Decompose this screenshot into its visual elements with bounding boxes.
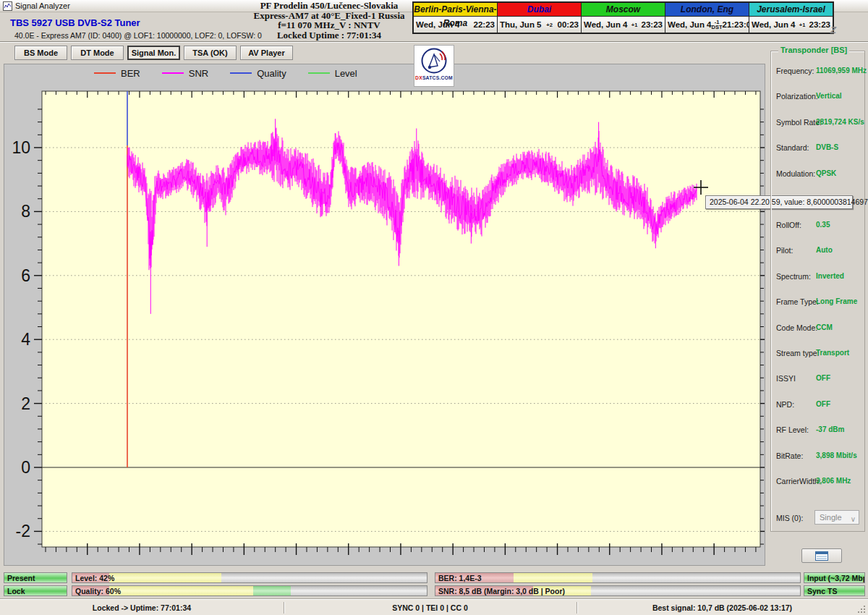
world-clock-berlin-paris-vienna-roma: Berlin-Paris-Vienna-RomaWed, Jun 422:23 [414,3,497,33]
clock-date: Thu, Jun 5 [500,20,542,29]
legend-line-ber [94,72,116,74]
tp-value-rolloff: 0.35 [816,221,830,229]
legend-label: SNR [189,68,208,79]
statusbar-section-0: Locked -> Uptime: 77:01:34 [0,600,284,615]
tp-label-modulation: Modulation: [776,169,815,178]
tab-signal-mon[interactable]: Signal Mon. [127,46,180,60]
legend-line-quality [230,72,252,74]
world-clocks: Berlin-Paris-Vienna-RomaWed, Jun 422:23D… [412,1,834,34]
tp-label-standard: Standard: [776,143,809,152]
ber-bar-label: BER: 1,4E-3 [438,573,482,583]
tab-tsa-ok[interactable]: TSA (OK) [184,46,237,60]
station-info: PF Prodelin 450/Lučenec-Slovakia Express… [217,1,441,40]
transponder-panel-title: Transponder [BS] [778,46,849,54]
panel-action-button[interactable] [801,548,842,563]
tp-value-stream-type: Transport [816,349,849,357]
present-bar-label: Present [7,573,35,583]
window-title: Signal Analyzer [15,1,70,10]
bar-segment-yellow [514,573,592,582]
ber-bar: BER: 1,4E-3 [435,572,801,583]
station-info-line3: f=11 070 MHz_V : NNTV [217,20,441,30]
clock-time: 23:23 [642,20,663,29]
svg-text:10: 10 [12,138,30,157]
legend-item-ber: BER [94,68,140,79]
tp-label-spectrum: Spectrum: [776,272,811,281]
mode-tabs: BS ModeDT ModeSignal Mon.TSA (OK)AV Play… [14,46,293,60]
clock-city: London, Eng [665,3,749,17]
tp-value-spectrum: Inverted [816,272,844,280]
station-info-line1: PF Prodelin 450/Lučenec-Slovakia [217,1,441,11]
station-info-line2: Express-AM7 at 40°E_Fixed-1 Russia [217,11,441,21]
svg-text:6: 6 [21,266,30,285]
clock-offset: -1DST [712,20,723,30]
legend-item-quality: Quality [230,68,286,79]
svg-text:8: 8 [21,202,30,221]
tab-dt-mode[interactable]: DT Mode [71,46,124,60]
tp-label-frame-type: Frame Type: [776,297,819,306]
tp-value-frame-type: Long Frame [816,297,857,305]
svg-text:4: 4 [21,330,30,349]
tp-label-rolloff: RollOff: [776,221,801,229]
tp-value-modulation: QPSK [816,169,836,177]
legend-label: Quality [257,68,286,79]
clock-date: Wed, Jun 4 [752,20,796,29]
legend-item-snr: SNR [162,68,208,79]
legend-item-level: Level [308,68,357,79]
signal-chart[interactable]: 1086420-2 [4,64,765,566]
tp-value-frequency: 11069,959 MHz [816,67,867,75]
clock-time-row: Wed, Jun 4+123:23 [582,17,665,33]
statusbar-section-2: Best signal: 10,7 dB (2025-06-02 13:17) [576,600,868,615]
chevron-down-icon: ∨ [851,513,856,526]
clock-city: Dubai [498,3,581,17]
svg-text:0: 0 [21,458,30,477]
bar-segment-yellow [109,573,221,582]
clock-offset: +1 [628,22,642,27]
clock-offset: +2 [542,22,558,27]
tp-value-polarization: Vertical [816,92,842,100]
tab-av-player[interactable]: AV Player [240,46,293,60]
clock-time: 00:23 [558,20,579,29]
tp-value-pilot: Auto [816,246,833,254]
bar-segment-green [253,586,291,595]
world-clock-jerusalem-israel: Jerusalem-IsraelWed, Jun 4+123:23 [749,3,833,33]
clock-city: Moscow [582,3,665,17]
clock-time: 23:23 [809,20,830,29]
tp-value-rf-level: -37 dBm [816,425,844,433]
snr-bar: SNR: 8,5 dB (Margin: 3,0 dB | Poor) [435,585,801,596]
clock-date: Wed, Jun 4 [416,20,460,29]
tp-label-carrierwidth: CarrierWidth: [776,477,821,485]
tp-label-symbol-rate: Symbol Rate: [776,118,822,127]
chart-canvas: 1086420-2 [4,64,765,565]
statusbar-divider [284,602,284,614]
input-bar-label: Input (~3,72 Mbps) [807,573,865,583]
legend-label: Level [335,68,357,79]
clock-time: 22:23 [474,20,495,29]
status-bar: Locked -> Uptime: 77:01:34SYNC 0 | TEI 0… [0,599,868,615]
signal-analyzer-window: Signal Analyzer TBS 5927 USB DVB-S2 Tune… [0,0,868,615]
dxsatcs-logo: DXSATCS.COM [414,45,454,87]
world-clock-moscow: MoscowWed, Jun 4+123:23 [582,3,665,33]
app-icon [3,1,12,11]
mis-select[interactable]: Single∨ [814,510,859,525]
tp-value-bitrate: 3,898 Mbit/s [816,451,857,459]
level-bar: Level: 42% [72,572,427,583]
snr-bar-label: SNR: 8,5 dB (Margin: 3,0 dB | Poor) [438,586,565,596]
bar-segment-yellow [109,586,252,595]
tp-value-issyi: OFF [816,374,830,382]
lock-bar-label: Lock [7,586,25,596]
tp-value-carrierwidth: 3,806 MHz [816,477,851,485]
clock-time-row: Wed, Jun 4-1DST21:23:08 [665,17,749,33]
world-clock-london-eng: London, EngWed, Jun 4-1DST21:23:08 [665,3,749,33]
sync-bar: Sync TS [804,585,865,596]
station-info-line4: Locked Uptime : 77:01:34 [217,30,441,41]
tp-label-code-mode: Code Mode: [776,323,817,332]
clock-date: Wed, Jun 4 [668,20,712,29]
clock-date: Wed, Jun 4 [584,20,628,29]
legend-label: BER [121,68,140,79]
svg-text:-2: -2 [16,522,30,540]
legend-line-level [308,72,330,74]
clock-offset: +1 [796,22,809,27]
tab-bs-mode[interactable]: BS Mode [14,46,67,60]
present-bar: Present [4,572,67,583]
tp-label-stream-type: Stream type: [776,349,820,357]
